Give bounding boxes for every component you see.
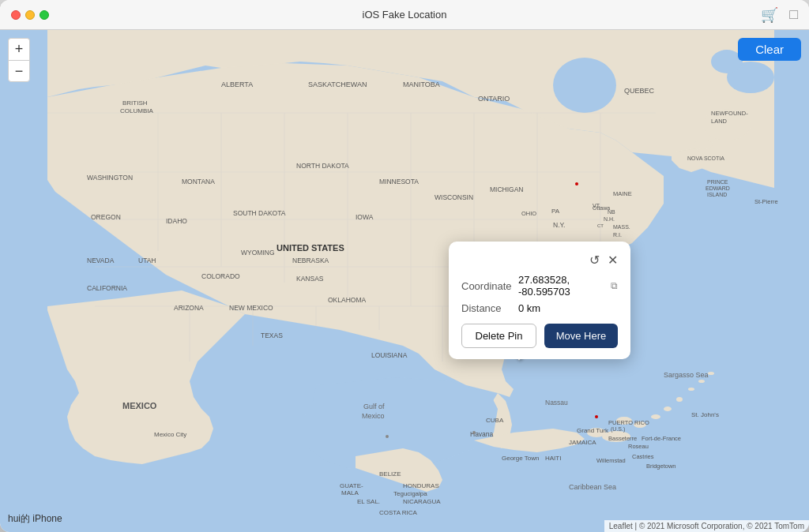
svg-text:NEW MEXICO: NEW MEXICO xyxy=(229,304,273,312)
svg-point-99 xyxy=(575,182,578,185)
svg-text:Basseterre: Basseterre xyxy=(608,435,637,442)
svg-text:Gulf of: Gulf of xyxy=(363,403,385,410)
svg-text:MICHIGAN: MICHIGAN xyxy=(490,185,524,193)
svg-text:Fort-de-France: Fort-de-France xyxy=(642,435,681,442)
svg-text:PA: PA xyxy=(551,208,560,215)
coordinate-value: 27.683528, -80.595703 ⧉ xyxy=(518,274,618,298)
clear-button[interactable]: Clear xyxy=(738,38,801,61)
svg-text:Nassau: Nassau xyxy=(545,399,568,406)
move-here-button[interactable]: Move Here xyxy=(544,324,618,348)
svg-text:PUERTO RICO: PUERTO RICO xyxy=(608,419,649,426)
minimize-button[interactable] xyxy=(25,10,35,20)
svg-text:QUEBEC: QUEBEC xyxy=(624,87,655,95)
svg-text:PRINCE: PRINCE xyxy=(707,179,728,185)
svg-text:Ottawa: Ottawa xyxy=(593,205,610,211)
svg-text:NICARAGUA: NICARAGUA xyxy=(403,498,441,505)
svg-text:Mexico: Mexico xyxy=(362,412,385,420)
svg-text:MALA: MALA xyxy=(341,489,359,496)
svg-text:MANITOBA: MANITOBA xyxy=(403,81,440,88)
popup-actions: Delete Pin Move Here xyxy=(461,324,618,348)
svg-text:ISLAND: ISLAND xyxy=(707,192,727,197)
coordinate-row: Coordinate 27.683528, -80.595703 ⧉ xyxy=(461,274,618,298)
close-button[interactable] xyxy=(11,10,21,20)
distance-row: Distance 0 km xyxy=(461,302,618,314)
svg-text:GUATE-: GUATE- xyxy=(340,482,363,489)
svg-text:COLUMBIA: COLUMBIA xyxy=(120,107,153,114)
svg-text:R.I.: R.I. xyxy=(613,232,622,238)
svg-text:MEXICO: MEXICO xyxy=(122,401,157,410)
titlebar: iOS Fake Location 🛒 □ xyxy=(0,0,809,30)
svg-point-16 xyxy=(698,380,705,383)
svg-point-15 xyxy=(688,388,694,391)
svg-text:CT: CT xyxy=(597,223,604,228)
svg-text:Caribbean Sea: Caribbean Sea xyxy=(569,483,616,491)
svg-text:St-Pierre: St-Pierre xyxy=(754,198,778,205)
svg-text:Roseau: Roseau xyxy=(628,443,649,450)
svg-text:JAMAICA: JAMAICA xyxy=(569,439,596,446)
svg-text:(U.S.): (U.S.) xyxy=(611,426,625,433)
svg-point-13 xyxy=(664,406,672,411)
svg-text:BRITISH: BRITISH xyxy=(122,99,148,107)
svg-text:NEBRASKA: NEBRASKA xyxy=(292,257,329,264)
svg-text:TEXAS: TEXAS xyxy=(261,332,283,339)
svg-text:NEVADA: NEVADA xyxy=(87,257,115,264)
svg-text:WASHINGTON: WASHINGTON xyxy=(87,174,133,182)
map-attribution: Leaflet | © 2021 Microsoft Corporation, … xyxy=(604,520,809,532)
cart-icon[interactable]: 🛒 xyxy=(761,6,778,24)
svg-text:LAND: LAND xyxy=(711,118,728,125)
popup-undo-button[interactable]: ↺ xyxy=(589,253,600,268)
svg-text:IDAHO: IDAHO xyxy=(166,217,187,225)
svg-text:COLORADO: COLORADO xyxy=(201,272,240,280)
svg-text:SOUTH DAKOTA: SOUTH DAKOTA xyxy=(233,209,286,217)
svg-text:UTAH: UTAH xyxy=(138,257,156,264)
copy-icon[interactable]: ⧉ xyxy=(611,280,618,291)
svg-text:HONDURAS: HONDURAS xyxy=(403,482,439,489)
zoom-in-button[interactable]: + xyxy=(8,38,30,60)
delete-pin-button[interactable]: Delete Pin xyxy=(461,324,536,348)
popup-close-button[interactable]: ✕ xyxy=(608,253,618,268)
svg-text:CUBA: CUBA xyxy=(486,417,504,424)
svg-text:Grand Turk: Grand Turk xyxy=(577,427,609,434)
svg-point-102 xyxy=(472,431,476,434)
titlebar-actions: 🛒 □ xyxy=(761,6,798,24)
svg-text:MINNESOTA: MINNESOTA xyxy=(379,178,419,185)
svg-text:MONTANA: MONTANA xyxy=(182,178,215,185)
window-title: iOS Fake Location xyxy=(363,9,447,21)
svg-text:Sargasso Sea: Sargasso Sea xyxy=(664,371,709,379)
svg-text:Mexico City: Mexico City xyxy=(154,431,186,438)
svg-text:KANSAS: KANSAS xyxy=(296,275,324,283)
zoom-out-button[interactable]: − xyxy=(8,60,30,82)
svg-text:COSTA RICA: COSTA RICA xyxy=(379,509,418,516)
svg-text:ONTARIO: ONTARIO xyxy=(478,95,510,103)
svg-point-101 xyxy=(386,435,389,438)
svg-text:Tegucigalpa: Tegucigalpa xyxy=(393,490,427,497)
maximize-button[interactable] xyxy=(40,10,49,20)
svg-text:Willemstad: Willemstad xyxy=(596,457,626,464)
distance-label: Distance xyxy=(461,302,518,314)
chat-icon[interactable]: □ xyxy=(789,6,798,23)
svg-text:ALBERTA: ALBERTA xyxy=(221,81,253,88)
svg-text:NORTH DAKOTA: NORTH DAKOTA xyxy=(296,162,349,170)
popup-header: ↺ ✕ xyxy=(461,253,618,268)
svg-point-14 xyxy=(676,397,683,402)
svg-text:SASKATCHEWAN: SASKATCHEWAN xyxy=(308,81,367,88)
svg-text:CALIFORNIA: CALIFORNIA xyxy=(87,284,127,292)
svg-point-17 xyxy=(708,372,714,375)
map-container[interactable]: ALBERTA BRITISH COLUMBIA SASKATCHEWAN MA… xyxy=(0,30,809,532)
svg-text:IOWA: IOWA xyxy=(356,213,374,221)
svg-text:Bridgetown: Bridgetown xyxy=(646,463,676,470)
svg-text:MASS.: MASS. xyxy=(613,224,630,230)
svg-text:N.H.: N.H. xyxy=(604,216,615,222)
svg-text:George Town: George Town xyxy=(502,455,539,462)
svg-point-19 xyxy=(694,140,713,149)
svg-text:ARIZONA: ARIZONA xyxy=(174,304,204,312)
map-svg: ALBERTA BRITISH COLUMBIA SASKATCHEWAN MA… xyxy=(0,30,809,532)
svg-text:LOUISIANA: LOUISIANA xyxy=(371,351,408,359)
svg-text:MAINE: MAINE xyxy=(613,190,632,197)
svg-text:UNITED STATES: UNITED STATES xyxy=(277,243,344,253)
svg-text:OKLAHOMA: OKLAHOMA xyxy=(328,296,367,304)
traffic-lights xyxy=(0,10,49,20)
svg-text:OHIO: OHIO xyxy=(521,210,536,217)
svg-text:OREGON: OREGON xyxy=(91,213,121,221)
svg-text:WISCONSIN: WISCONSIN xyxy=(435,193,473,201)
